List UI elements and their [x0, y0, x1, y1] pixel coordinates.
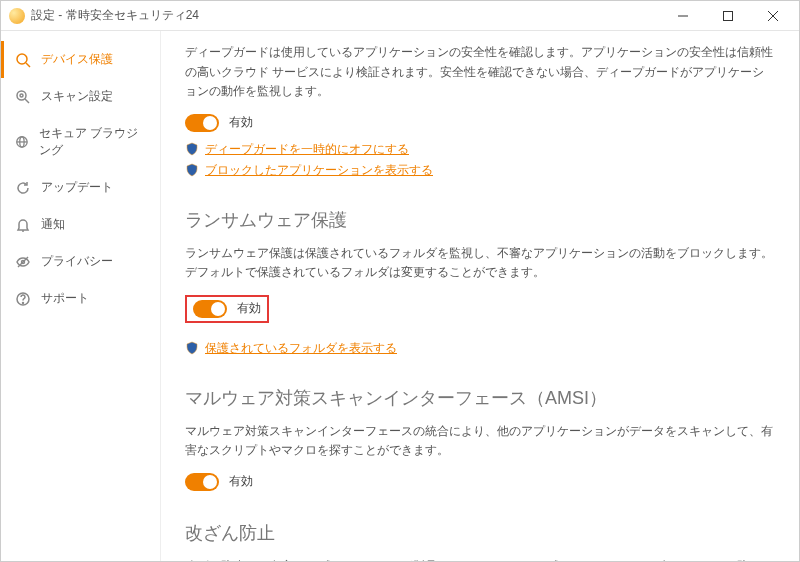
minimize-button[interactable]: [660, 2, 705, 30]
amsi-toggle-row: 有効: [185, 473, 775, 491]
svg-point-16: [23, 302, 24, 303]
sidebar-item-update[interactable]: アップデート: [1, 169, 160, 206]
maximize-button[interactable]: [705, 2, 750, 30]
sidebar: デバイス保護 スキャン設定 セキュア ブラウジング アップデート 通知 プライバ…: [1, 31, 161, 562]
deepguard-link1-row: ディープガードを一時的にオフにする: [185, 142, 775, 157]
deepguard-desc: ディープガードは使用しているアプリケーションの安全性を確認します。アプリケーショ…: [185, 43, 775, 102]
section-tamper: 改ざん防止 改ざん防止は、有害なアプリケーションが製品のコアセキュリティプロセス…: [185, 521, 775, 562]
tamper-title: 改ざん防止: [185, 521, 775, 545]
deepguard-link2-row: ブロックしたアプリケーションを表示する: [185, 163, 775, 178]
deepguard-blocked-apps-link[interactable]: ブロックしたアプリケーションを表示する: [205, 163, 433, 178]
shield-search-icon: [15, 52, 31, 68]
svg-line-5: [26, 63, 30, 67]
amsi-toggle[interactable]: [185, 473, 219, 491]
titlebar: 設定 - 常時安全セキュリティ24: [1, 1, 799, 31]
svg-line-7: [25, 99, 29, 103]
deepguard-toggle-row: 有効: [185, 114, 775, 132]
app-icon: [9, 8, 25, 24]
amsi-toggle-label: 有効: [229, 473, 253, 490]
sidebar-item-notifications[interactable]: 通知: [1, 206, 160, 243]
window-buttons: [660, 2, 795, 30]
deepguard-temp-off-link[interactable]: ディープガードを一時的にオフにする: [205, 142, 409, 157]
help-icon: [15, 291, 31, 307]
sidebar-item-scan-settings[interactable]: スキャン設定: [1, 78, 160, 115]
content-area[interactable]: ディープガードは使用しているアプリケーションの安全性を確認します。アプリケーショ…: [161, 31, 799, 562]
tamper-desc: 改ざん防止は、有害なアプリケーションが製品のコアセキュリティプロセスをシャットダ…: [185, 557, 775, 562]
deepguard-toggle-label: 有効: [229, 114, 253, 131]
ransomware-title: ランサムウェア保護: [185, 208, 775, 232]
scan-icon: [15, 89, 31, 105]
svg-point-6: [17, 91, 26, 100]
refresh-icon: [15, 180, 31, 196]
ransomware-link1-row: 保護されているフォルダを表示する: [185, 341, 775, 356]
globe-icon: [15, 134, 29, 150]
ransomware-folders-link[interactable]: 保護されているフォルダを表示する: [205, 341, 397, 356]
ransomware-desc: ランサムウェア保護は保護されているフォルダを監視し、不審なアプリケーションの活動…: [185, 244, 775, 283]
sidebar-item-label: セキュア ブラウジング: [39, 125, 146, 159]
ransomware-toggle-label: 有効: [237, 300, 261, 317]
ransomware-toggle-row: 有効: [185, 295, 269, 323]
ransomware-toggle[interactable]: [193, 300, 227, 318]
eye-off-icon: [15, 254, 31, 270]
close-button[interactable]: [750, 2, 795, 30]
section-ransomware: ランサムウェア保護 ランサムウェア保護は保護されているフォルダを監視し、不審なア…: [185, 208, 775, 356]
sidebar-item-secure-browsing[interactable]: セキュア ブラウジング: [1, 115, 160, 169]
amsi-desc: マルウェア対策スキャンインターフェースの統合により、他のアプリケーションがデータ…: [185, 422, 775, 461]
window-title: 設定 - 常時安全セキュリティ24: [31, 7, 660, 24]
svg-point-4: [17, 54, 27, 64]
amsi-title: マルウェア対策スキャンインターフェース（AMSI）: [185, 386, 775, 410]
sidebar-item-label: スキャン設定: [41, 88, 113, 105]
bell-icon: [15, 217, 31, 233]
svg-rect-1: [723, 11, 732, 20]
sidebar-item-privacy[interactable]: プライバシー: [1, 243, 160, 280]
section-deepguard: ディープガードは使用しているアプリケーションの安全性を確認します。アプリケーショ…: [185, 43, 775, 178]
sidebar-item-label: プライバシー: [41, 253, 113, 270]
sidebar-item-label: デバイス保護: [41, 51, 113, 68]
sidebar-item-label: 通知: [41, 216, 65, 233]
deepguard-toggle[interactable]: [185, 114, 219, 132]
sidebar-item-device-protection[interactable]: デバイス保護: [1, 41, 160, 78]
section-amsi: マルウェア対策スキャンインターフェース（AMSI） マルウェア対策スキャンインタ…: [185, 386, 775, 491]
sidebar-item-label: アップデート: [41, 179, 113, 196]
shield-icon: [185, 341, 199, 355]
shield-icon: [185, 142, 199, 156]
shield-icon: [185, 163, 199, 177]
svg-point-8: [20, 94, 23, 97]
sidebar-item-label: サポート: [41, 290, 89, 307]
sidebar-item-support[interactable]: サポート: [1, 280, 160, 317]
